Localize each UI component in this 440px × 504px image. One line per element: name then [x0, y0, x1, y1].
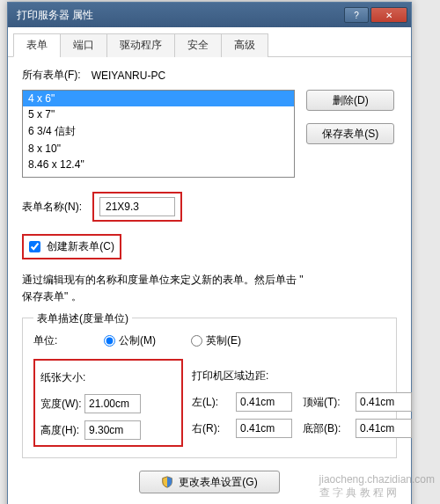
change-settings-button[interactable]: 更改表单设置(G)	[139, 471, 280, 493]
height-input[interactable]	[84, 420, 141, 440]
titlebar[interactable]: 打印服务器 属性 ? ✕	[8, 3, 411, 27]
unit-label: 单位:	[33, 333, 104, 348]
list-item[interactable]: 8.46 x 12.4"	[23, 157, 294, 172]
create-new-checkbox[interactable]	[29, 241, 40, 252]
tab-advanced[interactable]: 高级	[221, 33, 268, 57]
top-input[interactable]	[356, 392, 412, 412]
list-item[interactable]: 6 3/4 信封	[23, 122, 294, 141]
margins-label: 打印机区域边距:	[192, 369, 268, 383]
close-icon[interactable]: ✕	[370, 7, 407, 23]
form-name-label: 表单名称(N):	[22, 200, 82, 215]
window-title: 打印服务器 属性	[17, 8, 342, 23]
radio-metric[interactable]: 公制(M)	[104, 333, 156, 348]
measure-fieldset: 表单描述(度量单位) 单位: 公制(M) 英制(E) 纸张大小: 宽度(W): …	[22, 318, 397, 458]
tab-drivers[interactable]: 驱动程序	[106, 33, 175, 57]
right-label: 右(R):	[192, 421, 236, 436]
fieldset-legend: 表单描述(度量单位)	[33, 311, 132, 326]
create-new-label: 创建新表单(C)	[47, 240, 114, 252]
bottom-label: 底部(B):	[303, 421, 356, 436]
delete-button[interactable]: 删除(D)	[306, 90, 394, 111]
tab-strip: 表单 端口 驱动程序 安全 高级	[8, 27, 411, 57]
all-forms-label: 所有表单(F):	[22, 68, 81, 83]
width-label: 宽度(W):	[40, 397, 84, 412]
right-input[interactable]	[236, 419, 292, 438]
tab-security[interactable]: 安全	[174, 33, 222, 57]
save-form-button[interactable]: 保存表单(S)	[306, 123, 394, 144]
radio-imperial[interactable]: 英制(E)	[191, 333, 241, 348]
left-label: 左(L):	[192, 395, 236, 410]
highlight-create-new: 创建新表单(C)	[22, 234, 121, 259]
width-input[interactable]	[84, 394, 141, 413]
list-item[interactable]: 8 x 10"	[23, 141, 294, 157]
list-item[interactable]: 4 x 6"	[23, 91, 294, 106]
list-item[interactable]: 5 x 7"	[23, 106, 294, 122]
tab-forms[interactable]: 表单	[13, 33, 61, 57]
paper-size-label: 纸张大小:	[40, 370, 85, 385]
help-button[interactable]: ?	[344, 7, 369, 23]
bottom-input[interactable]	[356, 419, 412, 438]
properties-dialog: 打印服务器 属性 ? ✕ 表单 端口 驱动程序 安全 高级 所有表单(F): W…	[7, 2, 412, 504]
hint-text: 通过编辑现有的名称和度量单位来定义新的表单。然后单击 " 保存表单" 。	[22, 272, 397, 305]
server-name: WEIYANRU-PC	[92, 69, 165, 82]
shield-icon	[161, 476, 173, 488]
tab-ports[interactable]: 端口	[60, 33, 107, 57]
forms-listbox[interactable]: 4 x 6" 5 x 7" 6 3/4 信封 8 x 10" 8.46 x 12…	[22, 90, 295, 178]
top-label: 顶端(T):	[303, 395, 356, 410]
form-name-input[interactable]: 21X9.3	[99, 197, 175, 216]
height-label: 高度(H):	[40, 423, 84, 438]
tab-content: 所有表单(F): WEIYANRU-PC 4 x 6" 5 x 7" 6 3/4…	[8, 57, 411, 504]
left-input[interactable]	[236, 392, 292, 412]
highlight-form-name: 21X9.3	[92, 192, 182, 222]
highlight-paper-size: 纸张大小: 宽度(W): 高度(H):	[33, 359, 183, 447]
